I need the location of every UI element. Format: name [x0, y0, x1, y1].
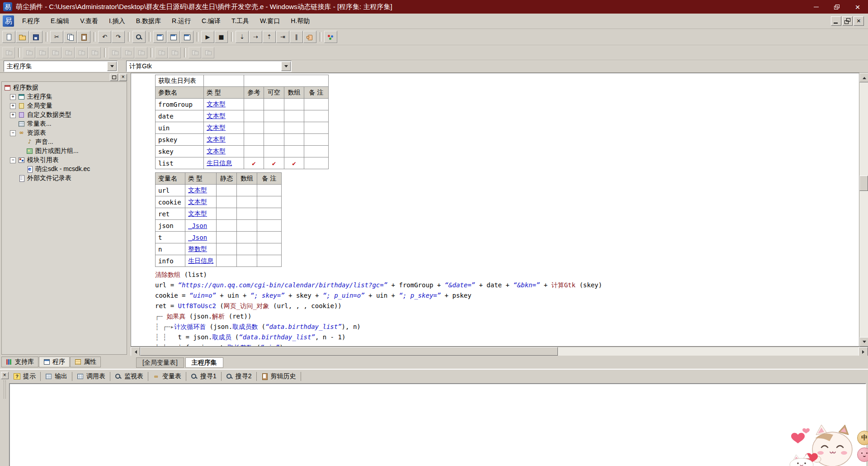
menu-item-0[interactable]: F.程序 [17, 14, 45, 29]
tree-item-module-references[interactable]: −模块引用表 [2, 156, 127, 165]
tree-item-global-variables[interactable]: +全局变量 [2, 101, 127, 110]
param-check-cell[interactable] [244, 110, 264, 122]
vscroll-track[interactable] [859, 82, 868, 337]
find-button[interactable] [132, 31, 146, 43]
param-check-cell[interactable] [264, 99, 284, 110]
param-name-cell[interactable]: pskey [156, 134, 204, 146]
routine-dropdown-arrow-icon[interactable] [281, 62, 291, 71]
side-tab-properties[interactable]: 属性 [70, 357, 101, 367]
tree-item-main-assembly[interactable]: +主程序集 [2, 92, 127, 101]
param-type-cell[interactable]: 文本型 [204, 110, 244, 122]
var-array-cell[interactable] [237, 185, 257, 196]
scroll-right-button[interactable] [859, 347, 868, 357]
param-check-cell[interactable] [264, 122, 284, 134]
type-link[interactable]: 文本型 [188, 186, 207, 194]
assembly-combo[interactable]: 主程序集 [4, 61, 118, 72]
tree-item-external-files[interactable]: 外部文件记录表 [2, 174, 127, 183]
scroll-left-button[interactable] [131, 347, 140, 357]
tree-expand-box[interactable]: − [10, 130, 16, 136]
var-array-cell[interactable] [237, 243, 257, 255]
var-array-cell[interactable] [237, 232, 257, 243]
code-line-3[interactable]: cookie = “uin=o” + uin + “; skey=” + ske… [155, 290, 859, 301]
run-button[interactable]: ▶ [201, 31, 214, 43]
var-name-cell[interactable]: json [156, 220, 185, 232]
project-panel-header[interactable] [0, 73, 128, 81]
var-type-cell[interactable]: 整数型 [185, 243, 217, 255]
code-line-5[interactable]: ┌╌ 如果真 (json.解析 (ret)) [155, 311, 859, 322]
tree-expand-box[interactable]: − [10, 157, 16, 163]
pause-button[interactable]: ∥ [290, 31, 303, 43]
param-note-cell[interactable] [304, 99, 329, 110]
menu-item-1[interactable]: E.编辑 [45, 14, 75, 29]
var-name-cell[interactable]: cookie [156, 196, 185, 208]
paste-button[interactable] [77, 31, 90, 43]
var-type-cell[interactable]: 文本型 [185, 185, 217, 196]
type-link[interactable]: 文本型 [188, 198, 207, 205]
scroll-up-button[interactable] [859, 73, 868, 82]
param-check-cell[interactable] [264, 134, 284, 146]
type-link[interactable]: 生日信息 [188, 257, 213, 264]
panel-grip[interactable] [4, 380, 6, 399]
stop-button[interactable]: ■ [215, 31, 228, 43]
close-button[interactable] [847, 0, 868, 14]
param-check-cell[interactable] [284, 122, 304, 134]
output-content[interactable] [9, 383, 866, 466]
code-area[interactable]: 清除数组 (list)url = “https://qun.qq.com/cgi… [155, 270, 859, 347]
param-check-cell[interactable] [244, 99, 264, 110]
menu-item-9[interactable]: H.帮助 [285, 14, 315, 29]
var-array-cell[interactable] [237, 208, 257, 220]
param-check-cell[interactable] [284, 134, 304, 146]
tree-expand-box[interactable]: + [10, 112, 16, 118]
param-type-cell[interactable]: 文本型 [204, 146, 244, 157]
var-note-cell[interactable] [257, 208, 282, 220]
var-note-cell[interactable] [257, 220, 282, 232]
output-close-button[interactable] [1, 372, 9, 379]
param-note-cell[interactable] [304, 122, 329, 134]
param-check-cell[interactable]: ✔ [264, 157, 284, 169]
step-into-button[interactable]: ⇣ [236, 31, 249, 43]
type-link[interactable]: 文本型 [188, 210, 207, 217]
code-line-1[interactable]: 清除数组 (list) [155, 270, 859, 280]
code-line-2[interactable]: url = “https://qun.qq.com/cgi-bin/calend… [155, 280, 859, 290]
type-link[interactable]: _Json [188, 234, 207, 241]
restore-button[interactable] [826, 0, 847, 14]
code-line-8[interactable]: ┆ ┆ info.uin = t.取长整数 (“uin”) [155, 342, 859, 347]
copy-button[interactable] [64, 31, 77, 43]
param-check-cell[interactable] [244, 134, 264, 146]
ime-language-badge[interactable]: 中 [857, 431, 868, 445]
function-name-cell[interactable]: 获取生日列表 [156, 75, 204, 87]
var-type-cell[interactable]: _Json [185, 232, 217, 243]
var-note-cell[interactable] [257, 232, 282, 243]
redo-button[interactable]: ↷ [112, 31, 125, 43]
menu-item-7[interactable]: T.工具 [226, 14, 255, 29]
panel-close-button[interactable] [119, 74, 127, 81]
new-file-button[interactable] [2, 31, 15, 43]
type-link[interactable]: 整数型 [188, 245, 207, 252]
output-tab-watch-table[interactable]: 监视表 [110, 372, 148, 381]
side-tab-support-libraries[interactable]: 支持库 [1, 357, 38, 367]
output-tab-variable-table[interactable]: 变量表 [148, 372, 186, 381]
editor-content[interactable]: 获取生日列表参数名类 型参考可空数组备 注fromGroup文本型date文本型… [131, 73, 859, 347]
global-variable-table-tab[interactable]: [全局变量表] [136, 357, 184, 368]
output-tab-hint[interactable]: 提示 [9, 372, 41, 381]
mdi-minimize-button[interactable] [831, 16, 841, 26]
output-tab-output[interactable]: 输出 [41, 372, 72, 381]
var-name-cell[interactable]: info [156, 255, 185, 267]
var-type-cell[interactable]: _Json [185, 220, 217, 232]
open-file-button[interactable] [16, 31, 29, 43]
step-out-button[interactable]: ⇡ [263, 31, 276, 43]
assembly-dropdown-arrow-icon[interactable] [107, 62, 117, 71]
menu-item-3[interactable]: I.插入 [104, 14, 131, 29]
param-name-cell[interactable]: skey [156, 146, 204, 157]
var-static-cell[interactable] [217, 208, 237, 220]
menu-item-6[interactable]: C.编译 [196, 14, 226, 29]
editor-hscrollbar[interactable] [131, 347, 868, 356]
tree-item-resources-table[interactable]: −资源表 [2, 128, 127, 138]
hscroll-thumb[interactable] [140, 347, 558, 356]
type-link[interactable]: 文本型 [207, 112, 226, 119]
main-assembly-tab[interactable]: 主程序集 [185, 357, 223, 368]
type-link[interactable]: 文本型 [207, 100, 226, 108]
scroll-down-button[interactable] [859, 337, 868, 347]
param-type-cell[interactable]: 文本型 [204, 134, 244, 146]
param-name-cell[interactable]: list [156, 157, 204, 169]
